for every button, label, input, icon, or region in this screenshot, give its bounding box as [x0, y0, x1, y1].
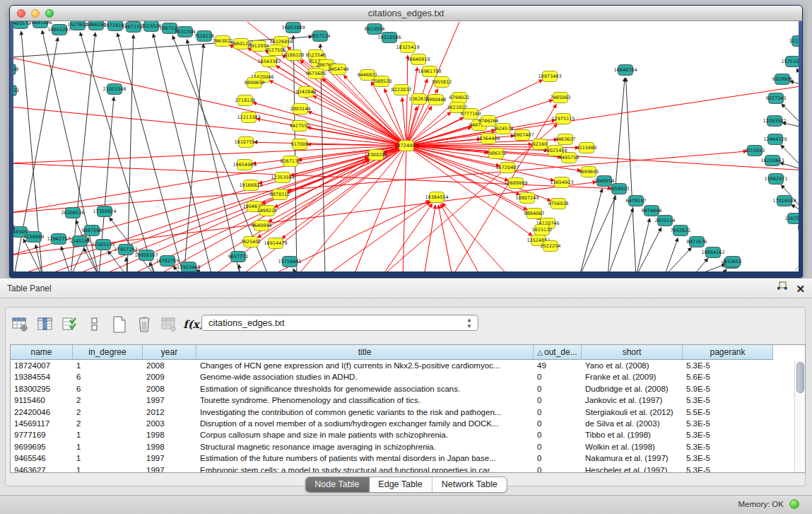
table-cell[interactable]: 18724007	[11, 360, 73, 371]
table-cell[interactable]: 1997	[143, 465, 196, 473]
table-row[interactable]: 969969511998Structural magnetic resonanc…	[11, 441, 805, 452]
column-header-name[interactable]: name	[11, 345, 73, 360]
table-cell[interactable]: Nakamura et al. (1997)	[582, 452, 683, 464]
table-cell[interactable]: 2008	[143, 383, 196, 395]
table-cell[interactable]: 2	[73, 395, 143, 406]
table-cell[interactable]: 6	[73, 383, 143, 395]
table-row[interactable]: 977716911998Corpus callosum shape and si…	[11, 429, 805, 440]
table-cell[interactable]: 9699695	[11, 441, 73, 452]
column-header-year[interactable]: year	[143, 345, 196, 360]
table-cell[interactable]: 0	[534, 407, 582, 418]
table-cell[interactable]: 5.3E-5	[683, 429, 773, 440]
table-cell[interactable]: 5.3E-5	[683, 452, 773, 464]
table-cell[interactable]: Stergiakouli et al. (2012)	[582, 407, 683, 418]
table-cell[interactable]: Tourette syndrome. Phenomenology and cla…	[196, 395, 534, 406]
table-cell[interactable]: Dudbridge et al. (2008)	[582, 383, 683, 395]
table-cell[interactable]: 1	[73, 452, 143, 464]
function-builder-icon[interactable]: f(x)	[184, 315, 203, 334]
table-cell[interactable]: Changes of HCN gene expression and I(f) …	[196, 360, 534, 371]
table-cell[interactable]: 1	[73, 429, 143, 440]
float-panel-icon[interactable]	[777, 279, 787, 298]
table-cell[interactable]: 18300295	[11, 383, 73, 395]
table-cell[interactable]: 5.3E-5	[683, 360, 773, 371]
table-cell[interactable]: 2012	[143, 407, 196, 418]
tab-edge-table[interactable]: Edge Table	[369, 477, 432, 492]
column-header-title[interactable]: title	[196, 345, 534, 360]
table-cell[interactable]: Tibbo et al. (1998)	[582, 429, 683, 440]
table-cell[interactable]: 5.5E-5	[683, 407, 773, 418]
table-cell[interactable]: 1	[73, 360, 143, 371]
table-cell[interactable]: 5.6E-5	[683, 371, 773, 382]
table-cell[interactable]: 5.3E-5	[683, 465, 773, 473]
table-cell[interactable]: Structural magnetic resonance image aver…	[196, 441, 534, 452]
validate-columns-icon[interactable]	[61, 315, 79, 334]
table-cell[interactable]: 1997	[143, 395, 196, 406]
import-table-icon[interactable]	[160, 315, 178, 334]
table-cell[interactable]: 2	[73, 407, 143, 418]
table-cell[interactable]: 0	[534, 383, 582, 395]
table-cell[interactable]: 9777169	[11, 429, 73, 440]
network-window-titlebar[interactable]: citations_edges.txt	[10, 6, 802, 21]
column-header-pagerank[interactable]: pagerank	[683, 345, 773, 360]
table-body[interactable]: 1872400712008Changes of HCN gene express…	[11, 360, 805, 473]
table-cell[interactable]: 2	[73, 418, 143, 429]
table-cell[interactable]: 5.3E-5	[683, 441, 773, 452]
table-row[interactable]: 1938455462009Genome-wide association stu…	[11, 371, 805, 382]
table-cell[interactable]: 5.3E-5	[683, 418, 773, 429]
table-row[interactable]: 2242004622012Investigating the contribut…	[11, 407, 805, 418]
table-cell[interactable]: 49	[534, 360, 582, 371]
table-cell[interactable]: 2009	[143, 371, 196, 382]
table-cell[interactable]: 5.3E-5	[683, 395, 773, 406]
table-cell[interactable]: 22420046	[11, 407, 73, 418]
table-cell[interactable]: Disruption of a novel member of a sodium…	[196, 418, 534, 429]
network-canvas[interactable]: 2405572206914061065528715276028466160107…	[13, 21, 799, 271]
table-cell[interactable]: 0	[534, 452, 582, 464]
table-mode-icon[interactable]	[11, 315, 30, 334]
table-cell[interactable]: Estimation of significance thresholds fo…	[196, 383, 534, 395]
network-graph[interactable]: 2405572206914061065528715276028466160107…	[13, 21, 799, 271]
table-cell[interactable]: 9463627	[11, 465, 73, 473]
column-visibility-icon[interactable]	[36, 315, 54, 334]
node-table[interactable]: namein_degreeyeartitle△out_de...shortpag…	[10, 344, 806, 473]
table-row[interactable]: 946554611997Estimation of the future num…	[11, 452, 805, 464]
table-row[interactable]: 1872400712008Changes of HCN gene express…	[11, 360, 805, 371]
table-cell[interactable]: 6	[73, 371, 143, 382]
table-cell[interactable]: 1998	[143, 429, 196, 440]
table-header-row[interactable]: namein_degreeyeartitle△out_de...shortpag…	[11, 345, 805, 360]
table-cell[interactable]: 1997	[143, 452, 196, 464]
table-cell[interactable]: Jankovic et al. (1997)	[582, 395, 683, 406]
table-row[interactable]: 911546021997Tourette syndrome. Phenomeno…	[11, 395, 805, 406]
table-cell[interactable]: 2003	[143, 418, 196, 429]
table-cell[interactable]: 0	[534, 418, 582, 429]
table-cell[interactable]: 5.9E-5	[683, 383, 773, 395]
tab-node-table[interactable]: Node Table	[305, 477, 369, 492]
scrollbar-thumb[interactable]	[796, 362, 804, 393]
table-cell[interactable]: Estimation of the future numbers of pati…	[196, 452, 534, 464]
table-selector[interactable]: citations_edges.txt ▲▼	[201, 315, 478, 331]
table-cell[interactable]: 0	[534, 465, 582, 473]
table-cell[interactable]: 9115460	[11, 395, 73, 406]
table-row[interactable]: 946362711997Embryonic stem cells: a mode…	[11, 465, 805, 473]
table-cell[interactable]: Genome-wide association studies in ADHD.	[196, 371, 534, 382]
table-cell[interactable]: 1998	[143, 441, 196, 452]
table-cell[interactable]: 2008	[143, 360, 196, 371]
table-cell[interactable]: 1	[73, 465, 143, 473]
table-row[interactable]: 1456911722003Disruption of a novel membe…	[11, 418, 805, 429]
close-panel-icon[interactable]: ✕	[796, 284, 805, 294]
delete-columns-icon[interactable]	[135, 315, 153, 334]
table-cell[interactable]: Investigating the contribution of common…	[196, 407, 534, 418]
table-cell[interactable]: Wolkin et al. (1998)	[582, 441, 683, 452]
row-height-icon[interactable]	[86, 315, 104, 334]
table-cell[interactable]: Yano et al. (2008)	[582, 360, 683, 371]
table-cell[interactable]: de Silva et al. (2003)	[582, 418, 683, 429]
column-header-in_degree[interactable]: in_degree	[73, 345, 143, 360]
table-cell[interactable]: Franke et al. (2009)	[582, 371, 683, 382]
table-cell[interactable]: 19384554	[11, 371, 73, 382]
table-cell[interactable]: 0	[534, 441, 582, 452]
table-cell[interactable]: 1	[73, 441, 143, 452]
table-cell[interactable]: Hescheler et al. (1997)	[582, 465, 683, 473]
table-cell[interactable]: 14569117	[11, 418, 73, 429]
create-column-icon[interactable]	[110, 315, 129, 334]
table-cell[interactable]: Embryonic stem cells: a model to study s…	[196, 465, 534, 473]
column-header-short[interactable]: short	[582, 345, 683, 360]
